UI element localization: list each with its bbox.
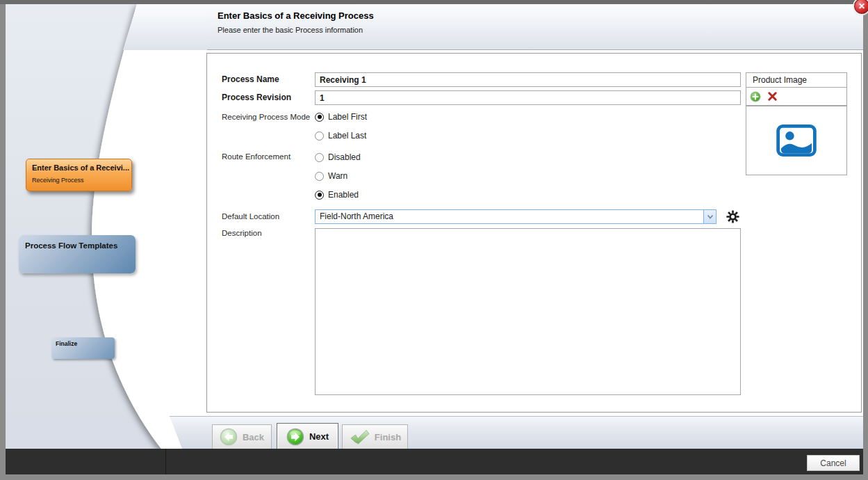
process-revision-input[interactable] bbox=[315, 90, 741, 105]
close-button[interactable]: ✕ bbox=[854, 0, 868, 14]
radio-option-text: Enabled bbox=[328, 190, 359, 200]
radio-option-text: Label Last bbox=[328, 131, 366, 141]
form-panel: Process Name Process Revision Receiving … bbox=[206, 53, 862, 413]
wizard-button-bar: Back Next bbox=[165, 416, 863, 449]
radio-button[interactable] bbox=[315, 131, 324, 141]
radio-button[interactable] bbox=[315, 172, 324, 181]
step-title: Finalize bbox=[56, 340, 110, 347]
receiving-process-mode-label: Receiving Process Mode bbox=[222, 112, 310, 122]
wizard-step-basics[interactable]: Enter Basics of a Receivi... Receiving P… bbox=[26, 159, 132, 191]
radio-option-text: Warn bbox=[328, 171, 347, 181]
back-button-label: Back bbox=[243, 432, 264, 442]
image-placeholder-icon bbox=[776, 125, 817, 157]
product-image-header: Product Image bbox=[746, 72, 847, 88]
bottom-bar: Cancel bbox=[6, 449, 863, 474]
chevron-down-icon bbox=[707, 214, 714, 220]
finish-check-icon bbox=[349, 429, 370, 445]
window-inner: Enter Basics of a Receivi... Receiving P… bbox=[6, 4, 863, 474]
product-image-placeholder[interactable] bbox=[746, 106, 847, 175]
process-name-label: Process Name bbox=[222, 72, 279, 87]
cancel-button[interactable]: Cancel bbox=[807, 455, 860, 471]
radio-option-label-last[interactable]: Label Last bbox=[315, 130, 366, 141]
remove-image-icon[interactable] bbox=[767, 91, 778, 102]
next-button-label: Next bbox=[309, 431, 329, 442]
dropdown-value: Field-North America bbox=[320, 211, 393, 221]
description-label: Description bbox=[222, 228, 262, 239]
process-revision-label: Process Revision bbox=[222, 90, 291, 105]
finish-button-label: Finish bbox=[375, 432, 401, 442]
default-location-label: Default Location bbox=[222, 211, 279, 222]
radio-button-selected[interactable] bbox=[315, 113, 324, 122]
add-image-icon[interactable] bbox=[750, 91, 761, 102]
radio-option-text: Disabled bbox=[328, 152, 361, 162]
radio-option-disabled[interactable]: Disabled bbox=[315, 152, 361, 163]
radio-option-label-first[interactable]: Label First bbox=[315, 111, 367, 122]
step-title: Enter Basics of a Receivi... bbox=[32, 163, 126, 172]
page-title: Enter Basics of a Receiving Process bbox=[218, 10, 374, 21]
product-image-toolbar bbox=[746, 88, 847, 106]
next-arrow-icon bbox=[286, 428, 304, 446]
radio-button[interactable] bbox=[315, 153, 324, 162]
back-button[interactable]: Back bbox=[212, 424, 272, 449]
wizard-window: Enter Basics of a Receivi... Receiving P… bbox=[0, 0, 868, 480]
route-enforcement-label: Route Enforcement bbox=[222, 152, 290, 162]
wizard-step-process-flow-templates[interactable]: Process Flow Templates bbox=[19, 235, 136, 273]
wizard-step-finalize[interactable]: Finalize bbox=[51, 337, 115, 359]
radio-option-text: Label First bbox=[328, 112, 367, 122]
process-name-input[interactable] bbox=[315, 72, 741, 87]
radio-option-warn[interactable]: Warn bbox=[315, 170, 347, 182]
wizard-header: Enter Basics of a Receiving Process Plea… bbox=[207, 4, 863, 50]
radio-option-enabled[interactable]: Enabled bbox=[315, 189, 359, 200]
bottom-bar-divider bbox=[165, 449, 166, 474]
dropdown-arrow-button[interactable] bbox=[703, 210, 716, 223]
step-subtitle: Receiving Process bbox=[32, 177, 126, 184]
radio-button-selected[interactable] bbox=[315, 191, 324, 200]
finish-button[interactable]: Finish bbox=[342, 424, 408, 449]
page-subtitle: Please enter the basic Process informati… bbox=[218, 26, 363, 34]
gear-icon[interactable] bbox=[726, 210, 739, 223]
default-location-dropdown[interactable]: Field-North America bbox=[315, 209, 716, 224]
step-title: Process Flow Templates bbox=[25, 241, 129, 250]
back-arrow-icon bbox=[220, 428, 238, 446]
description-input[interactable] bbox=[315, 228, 741, 395]
next-button[interactable]: Next bbox=[277, 423, 338, 450]
